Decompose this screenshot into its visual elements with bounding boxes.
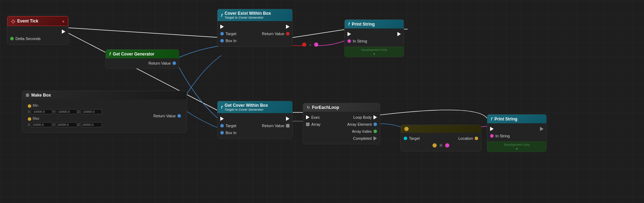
min-z-input[interactable] xyxy=(81,109,102,114)
get-cover-gen-return-pin xyxy=(173,61,176,65)
for-each-completed-pin xyxy=(373,136,377,140)
make-box-max-inputs: X Y Z xyxy=(28,122,102,127)
min-z-label: Z xyxy=(78,110,80,113)
diamond-icon: ◇ xyxy=(11,18,15,24)
print-string-2-devonly-text: Development Only xyxy=(504,143,530,146)
for-each-array-element-pin xyxy=(373,123,377,126)
cover-exist-title: Cover Exist Within Box xyxy=(225,11,271,16)
print-string-1-exec-out xyxy=(397,32,401,36)
cover-exist-return-label: Return Value xyxy=(262,32,284,36)
print-string-2-body: In String xyxy=(487,123,546,142)
for-each-array-index-pin xyxy=(373,130,377,133)
print-string-1-title: Print String xyxy=(352,22,375,27)
min-y-input[interactable] xyxy=(56,109,77,114)
get-cover-within-box-return-pin xyxy=(286,124,290,127)
get-cover-within-box-boxin-pin xyxy=(220,131,224,135)
make-box-return-label: Return Value xyxy=(154,114,176,118)
cover-exist-target-row: Target Return Value xyxy=(217,30,292,37)
actor-target-label: Target xyxy=(409,136,420,140)
print-string-2-header: f Print String xyxy=(487,114,546,123)
print-string-1-devonly: Development Only ▼ xyxy=(345,47,404,57)
make-box-max-label: Max xyxy=(33,117,39,120)
print-string-2-instring-pin xyxy=(490,134,494,138)
print-string-2-exec-out xyxy=(540,127,544,131)
for-each-array-label: Array xyxy=(311,122,320,126)
max-y-input[interactable] xyxy=(56,122,77,127)
max-x-label: X xyxy=(28,123,30,126)
min-y-label: Y xyxy=(53,110,55,113)
get-cover-within-box-title: Get Cover Within Box xyxy=(225,103,268,108)
get-cover-within-box-header: f Get Cover Within Box Target is Cover G… xyxy=(217,101,292,113)
for-each-index-row: Array Index xyxy=(303,128,380,135)
for-each-icon: ↻ xyxy=(307,105,310,110)
max-y-label: Y xyxy=(53,123,55,126)
red-connector-dot xyxy=(302,42,306,47)
cover-exist-subtitle: Target is Cover Generator xyxy=(225,16,271,19)
event-tick-title: Event Tick xyxy=(17,19,38,24)
func-icon-1: f xyxy=(109,51,111,57)
get-cover-gen-return-row: Return Value xyxy=(106,60,179,66)
get-actor-location-header xyxy=(401,125,481,133)
cover-exist-header: f Cover Exist Within Box Target is Cover… xyxy=(217,9,292,21)
print-string-1-header: f Print String xyxy=(345,20,404,28)
cover-exist-target-label: Target xyxy=(226,32,236,36)
actor-location-label: Location xyxy=(458,136,473,140)
gray-dot-1 xyxy=(440,144,442,147)
get-actor-location-icon xyxy=(404,127,409,131)
cover-exist-return-pin xyxy=(286,32,290,35)
for-each-loop-body-pin xyxy=(373,115,377,119)
func-icon-2: f xyxy=(221,13,222,18)
for-each-exec-in xyxy=(306,115,310,119)
connector-dots-1: ● xyxy=(302,42,318,47)
print-string-2-instring-label: In String xyxy=(495,134,510,138)
print-string-2-devonly: Development Only ▼ xyxy=(487,142,546,152)
make-box-header: ⊞ Make Box xyxy=(22,91,187,99)
make-box-min-section: Min X Y Z xyxy=(25,103,105,116)
func-icon-5: f xyxy=(491,116,492,122)
for-each-exec-row: Exec Loop Body xyxy=(303,114,380,121)
cover-exist-body: Target Return Value Box In xyxy=(217,21,292,46)
get-cover-within-box-node: f Get Cover Within Box Target is Cover G… xyxy=(217,101,293,139)
svg-line-0 xyxy=(57,27,221,38)
get-cover-within-box-title-block: Get Cover Within Box Target is Cover Gen… xyxy=(225,103,268,111)
max-z-input[interactable] xyxy=(81,122,102,127)
svg-line-1 xyxy=(292,29,347,38)
get-cover-generator-node: f Get Cover Generator Return Value xyxy=(105,49,179,68)
connector-dots-center xyxy=(401,142,481,149)
cover-exist-boxin-row: Box In xyxy=(217,37,292,44)
for-each-array-in-pin xyxy=(306,123,310,126)
cover-exist-target-pin xyxy=(220,32,224,35)
get-actor-location-body: Target Location xyxy=(401,133,481,151)
min-x-input[interactable] xyxy=(31,109,52,114)
cover-exist-title-block: Cover Exist Within Box Target is Cover G… xyxy=(225,11,271,19)
make-box-body: Min X Y Z Max xyxy=(22,99,187,132)
for-each-loop-body: Exec Loop Body Array Array Element Array… xyxy=(303,112,380,144)
get-cover-within-box-target-label: Target xyxy=(226,124,236,128)
for-each-exec-label: Exec xyxy=(311,115,320,119)
cover-exist-exec-out xyxy=(286,25,290,29)
get-cover-within-box-boxin-label: Box In xyxy=(226,131,236,135)
for-each-array-row: Array Array Element xyxy=(303,121,380,128)
max-x-input[interactable] xyxy=(31,122,52,127)
get-cover-generator-header: f Get Cover Generator xyxy=(106,50,179,58)
make-box-min-pin xyxy=(28,104,31,108)
get-cover-within-box-exec-row xyxy=(217,115,292,122)
print-string-2-node: f Print String In String Development Onl… xyxy=(487,114,547,152)
connector-line-1: ● xyxy=(309,43,311,47)
print-string-1-devonly-text: Development Only xyxy=(361,48,387,52)
event-tick-header: ◇ Event Tick ■ xyxy=(7,16,68,26)
cover-exist-boxin-label: Box In xyxy=(226,39,236,43)
get-cover-within-box-boxin-row: Box In xyxy=(217,129,292,136)
for-each-title: ForEachLoop xyxy=(312,105,339,110)
get-actor-location-row: Target Location xyxy=(401,135,481,142)
orange-dot-1 xyxy=(432,143,437,148)
for-each-completed-row: Completed xyxy=(303,135,380,142)
for-each-loop-header: ↻ ForEachLoop xyxy=(303,103,380,112)
event-tick-delta-row: Delta Seconds xyxy=(7,35,68,42)
delta-seconds-pin xyxy=(10,37,14,40)
make-box-max-pin xyxy=(28,117,31,121)
make-box-min-inputs: X Y Z xyxy=(28,109,102,114)
event-tick-exec-row xyxy=(7,28,68,35)
for-each-completed-label: Completed xyxy=(353,136,372,140)
get-cover-within-box-body: Target Return Value Box In xyxy=(217,113,292,138)
